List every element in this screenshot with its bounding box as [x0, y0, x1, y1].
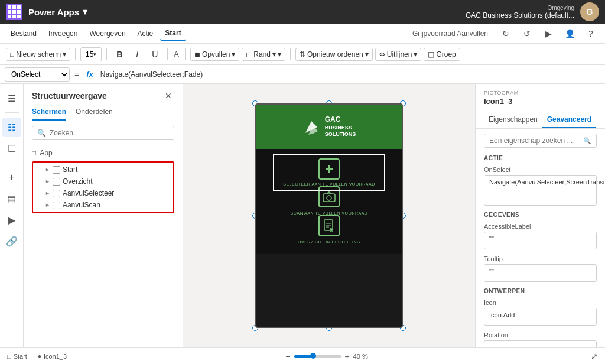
border-dropdown[interactable]: ▾	[272, 50, 276, 58]
bold-button[interactable]: B	[112, 47, 127, 62]
app-tree-icon: □	[32, 149, 36, 157]
phone-label-2: SCAN AAN TE VULLEN VOORRAAD	[291, 211, 368, 215]
avatar[interactable]: G	[580, 2, 599, 21]
reorder-button[interactable]: ⇅ Opnieuw ordenen ▾	[295, 48, 373, 61]
menu-item-invoegen[interactable]: Invoegen	[44, 27, 82, 40]
svg-point-3	[330, 229, 333, 231]
tooltip-value[interactable]: ""	[484, 264, 597, 282]
ontwerpen-section: ONTWERPEN Icon Icon.Add Rotation	[484, 288, 597, 347]
tooltip-label: Tooltip	[484, 255, 597, 262]
onselect-value[interactable]: Navigate(AanvulSelecteer;ScreenTransitio…	[484, 175, 597, 206]
canvas-area: GAC BUSINESS SOLUTIONS + SELECTEER AAN T…	[183, 84, 475, 347]
checkbox-start[interactable]	[53, 166, 60, 174]
rotation-value[interactable]	[484, 340, 597, 347]
tab-schermen[interactable]: Schermen	[32, 105, 66, 121]
align-icon: ⇔	[379, 50, 385, 58]
fill-dropdown[interactable]: ▾	[232, 50, 235, 58]
app-dropdown-arrow[interactable]: ▾	[83, 6, 87, 17]
tab-geavanceerd[interactable]: Geavanceerd	[542, 113, 596, 128]
checkbox-aanvulscan[interactable]	[53, 202, 60, 209]
border-button[interactable]: ◻ Rand ▾ ▾	[242, 48, 285, 61]
status-screen-name[interactable]: Start	[14, 353, 27, 360]
search-icon: 🔍	[37, 129, 46, 137]
equals-sign: =	[74, 70, 79, 79]
search-input[interactable]	[50, 129, 169, 137]
redo-icon[interactable]: ↺	[519, 25, 535, 42]
icon-name-label: Icon1_3	[484, 97, 597, 106]
screen-start[interactable]: ► Start	[34, 164, 172, 176]
zoom-plus-button[interactable]: +	[345, 352, 350, 361]
font-size-dropdown[interactable]: ▾	[93, 51, 96, 57]
menu-item-start[interactable]: Start	[160, 27, 186, 41]
property-search-input[interactable]	[489, 136, 580, 145]
reorder-dropdown[interactable]: ▾	[365, 50, 369, 58]
title-right: Omgeving GAC Business Solutions (default…	[466, 2, 599, 21]
formula-input[interactable]	[100, 70, 600, 79]
checkbox-overzicht[interactable]	[53, 178, 60, 186]
border-extra-dropdown[interactable]: ▾	[278, 50, 281, 58]
screen-label: Grijpvoorraad Aanvullen	[408, 28, 493, 39]
font-size-input[interactable]: 15 ▾	[80, 47, 102, 61]
fill-button[interactable]: ◼ Opvullen ▾	[190, 48, 239, 61]
actie-title: ACTIE	[484, 155, 597, 161]
phone-menu-item-1[interactable]: + SELECTEER AAN TE VULLEN VOORRAAD	[261, 158, 397, 186]
play-icon[interactable]: ▶	[540, 25, 557, 42]
tree-app-row[interactable]: □ App	[28, 147, 178, 159]
menu-toggle-icon[interactable]: ☰	[2, 89, 21, 108]
tooltip-field: Tooltip ""	[484, 255, 597, 282]
help-icon[interactable]: ?	[583, 25, 599, 42]
reorder-icon: ⇅	[300, 50, 305, 58]
screen-aanvulscan[interactable]: ► AanvulScan	[34, 199, 172, 211]
chevron-aanvulselecteer: ►	[45, 190, 50, 196]
status-icon-name[interactable]: Icon1_3	[44, 353, 67, 360]
sidebar-close-button[interactable]: ✕	[162, 90, 174, 102]
search-box: 🔍	[32, 126, 174, 140]
align-button[interactable]: ⇔ Uitlijnen ▾	[375, 48, 422, 61]
separator-2	[106, 48, 107, 60]
italic-button[interactable]: I	[129, 47, 145, 62]
zoom-slider-track[interactable]	[294, 355, 341, 358]
phone-menu-item-2[interactable]: SCAN AAN TE VULLEN VOORRAAD	[261, 186, 397, 215]
gegevens-title: GEGEVENS	[484, 212, 597, 218]
icon-divider-1	[5, 112, 19, 113]
waffle-icon[interactable]	[6, 4, 22, 20]
menu-item-actie[interactable]: Actie	[133, 27, 158, 40]
align-dropdown[interactable]: ▾	[414, 50, 417, 58]
sidebar-header: Structuurweergave ✕	[24, 84, 183, 105]
expand-icon[interactable]: ⤢	[591, 352, 598, 361]
underline-button[interactable]: U	[147, 47, 162, 62]
add-icon[interactable]: +	[2, 168, 21, 187]
main-layout: ☰ ☷ ☐ + ▤ ▶ 🔗 Structuurweergave ✕ Scherm…	[0, 84, 605, 347]
undo-icon[interactable]: ↻	[497, 25, 514, 42]
menu-item-weergeven[interactable]: Weergeven	[84, 27, 130, 40]
phone-wrapper: GAC BUSINESS SOLUTIONS + SELECTEER AAN T…	[255, 103, 403, 328]
zoom-minus-button[interactable]: −	[285, 352, 290, 361]
accessiblelabel-value[interactable]: ""	[484, 232, 597, 249]
media-icon[interactable]: ▶	[2, 210, 21, 229]
components-icon[interactable]: ☐	[2, 139, 21, 158]
data-icon[interactable]: ▤	[2, 189, 21, 208]
screen-start-label: Start	[63, 165, 77, 174]
group-button[interactable]: ◫ Groep	[424, 48, 460, 61]
user-icon[interactable]: 👤	[561, 25, 578, 42]
phone-frame: GAC BUSINESS SOLUTIONS + SELECTEER AAN T…	[255, 103, 403, 328]
tab-eigenschappen[interactable]: Eigenschappen	[484, 113, 542, 128]
screen-aanvulselecteer[interactable]: ► AanvulSelecteer	[34, 187, 172, 199]
connectors-icon[interactable]: 🔗	[2, 232, 21, 251]
icon-value[interactable]: Icon.Add	[484, 308, 597, 326]
rotation-label: Rotation	[484, 332, 597, 339]
phone-menu-item-3[interactable]: OVERZICHT IN BESTELLING	[261, 215, 397, 244]
border-label: Rand	[253, 50, 271, 58]
tree-view-icon[interactable]: ☷	[2, 118, 21, 136]
checkbox-aanvulselecteer[interactable]	[53, 190, 60, 197]
new-screen-button[interactable]: □ Nieuw scherm ▾	[6, 48, 70, 61]
font-color-icon[interactable]: A	[173, 50, 180, 58]
screen-overzicht[interactable]: ► Overzicht	[34, 176, 172, 187]
property-select[interactable]: OnSelect	[5, 67, 70, 82]
menu-item-bestand[interactable]: Bestand	[6, 27, 41, 40]
tab-onderdelen[interactable]: Onderdelen	[76, 105, 113, 121]
zoom-slider-thumb[interactable]	[310, 353, 316, 359]
new-screen-dropdown[interactable]: ▾	[63, 50, 66, 58]
accessiblelabel-label: AccessibleLabel	[484, 223, 597, 230]
screens-selection-box: ► Start ► Overzicht ► AanvulSelecteer ►	[32, 161, 174, 213]
